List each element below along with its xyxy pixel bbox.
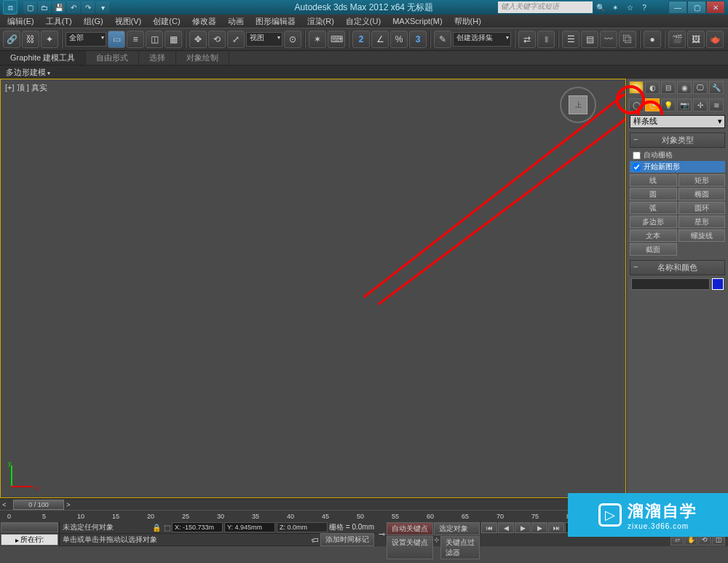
prev-frame-btn-icon[interactable]: ◀ bbox=[498, 522, 514, 533]
snap-percent-icon[interactable]: % bbox=[390, 31, 408, 48]
goto-end-icon[interactable]: ⏭ bbox=[548, 522, 564, 533]
tab-create-icon[interactable]: ✸ bbox=[629, 81, 644, 94]
tab-selection[interactable]: 选择 bbox=[139, 51, 176, 65]
shape-ngon-button[interactable]: 多边形 bbox=[630, 216, 677, 228]
select-region-icon[interactable]: ◫ bbox=[146, 31, 163, 48]
tab-modify-icon[interactable]: ◐ bbox=[645, 81, 660, 94]
time-slider[interactable]: 0 / 100 bbox=[13, 500, 64, 510]
menu-group[interactable]: 组(G) bbox=[81, 16, 106, 27]
menu-help[interactable]: 帮助(H) bbox=[451, 16, 484, 27]
material-editor-icon[interactable]: ● bbox=[644, 31, 661, 48]
rotate-icon[interactable]: ⟲ bbox=[208, 31, 226, 48]
keyboard-icon[interactable]: ⌨ bbox=[328, 31, 345, 48]
pivot-icon[interactable]: ⊙ bbox=[284, 31, 301, 48]
menu-tools[interactable]: 工具(T) bbox=[43, 16, 75, 27]
shape-type-dropdown[interactable]: 样条线 bbox=[630, 115, 725, 128]
shape-line-button[interactable]: 线 bbox=[630, 174, 677, 186]
lock-selection-icon[interactable]: 🔒 bbox=[152, 524, 162, 532]
bind-icon[interactable]: ✦ bbox=[41, 31, 58, 48]
add-time-tag-button[interactable]: 添加时间标记 bbox=[320, 533, 374, 546]
abs-rel-icon[interactable]: ⬚ bbox=[164, 524, 170, 532]
shape-donut-button[interactable]: 圆环 bbox=[678, 202, 726, 214]
shape-star-button[interactable]: 星形 bbox=[678, 216, 726, 228]
shape-helix-button[interactable]: 螺旋线 bbox=[678, 229, 726, 242]
cat-lights-icon[interactable]: 💡 bbox=[661, 98, 676, 111]
render-frame-icon[interactable]: 🖼 bbox=[687, 31, 705, 48]
object-color-swatch[interactable] bbox=[712, 278, 724, 290]
mirror-icon[interactable]: ⇄ bbox=[518, 31, 536, 48]
move-icon[interactable]: ✥ bbox=[189, 31, 207, 48]
viewport-label[interactable]: [+] 顶 ] 真实 bbox=[5, 82, 47, 93]
cat-helpers-icon[interactable]: ✢ bbox=[693, 98, 708, 111]
undo-icon[interactable]: ↶ bbox=[67, 1, 80, 13]
menu-customize[interactable]: 自定义(U) bbox=[343, 16, 384, 27]
time-tag-icon[interactable]: 🏷 bbox=[312, 536, 319, 544]
link-icon[interactable]: 🔗 bbox=[3, 31, 20, 48]
menu-create[interactable]: 创建(C) bbox=[150, 16, 183, 27]
qat-more-icon[interactable]: ▾ bbox=[96, 1, 109, 13]
tab-display-icon[interactable]: 🖵 bbox=[693, 81, 708, 94]
maxscript-prompt[interactable]: 所在行: bbox=[1, 534, 58, 546]
cat-geometry-icon[interactable]: ◯ bbox=[629, 98, 644, 111]
prev-frame-icon[interactable]: < bbox=[0, 501, 9, 508]
search-icon[interactable]: 🔍 bbox=[594, 1, 607, 13]
view-cube[interactable]: 上 bbox=[560, 87, 596, 123]
goto-start-icon[interactable]: ⏮ bbox=[481, 522, 497, 533]
named-sel-edit-icon[interactable]: ✎ bbox=[434, 31, 451, 48]
cat-cameras-icon[interactable]: 📷 bbox=[677, 98, 692, 111]
open-icon[interactable]: 🗀 bbox=[38, 1, 51, 13]
select-object-icon[interactable]: ▭ bbox=[108, 31, 125, 48]
rollout-name-color[interactable]: −名称和颜色 bbox=[630, 260, 725, 275]
next-frame-btn-icon[interactable]: ▶ bbox=[531, 522, 547, 533]
schematic-icon[interactable]: ⿻ bbox=[619, 31, 636, 48]
comm-center-icon[interactable]: ✶ bbox=[609, 1, 622, 13]
unlink-icon[interactable]: ⛓ bbox=[22, 31, 39, 48]
cat-spacewarps-icon[interactable]: ≋ bbox=[709, 98, 724, 111]
autogrid-checkbox[interactable]: 自动栅格 bbox=[630, 149, 725, 161]
select-name-icon[interactable]: ≡ bbox=[127, 31, 144, 48]
menu-animation[interactable]: 动画 bbox=[225, 16, 247, 27]
rollout-object-type[interactable]: −对象类型 bbox=[630, 133, 725, 148]
tab-paint[interactable]: 对象绘制 bbox=[176, 51, 229, 65]
minimize-button[interactable]: — bbox=[668, 1, 687, 14]
curve-editor-icon[interactable]: 〰 bbox=[600, 31, 617, 48]
spinner-snap-icon[interactable]: 3 bbox=[409, 31, 427, 48]
ref-coord-combo[interactable]: 视图 bbox=[246, 32, 282, 47]
menu-modifiers[interactable]: 修改器 bbox=[189, 16, 219, 27]
cat-shapes-icon[interactable]: ◔ bbox=[645, 98, 660, 111]
redo-icon[interactable]: ↷ bbox=[82, 1, 95, 13]
selected-obj-button[interactable]: 选定对象 bbox=[434, 522, 480, 535]
shape-text-button[interactable]: 文本 bbox=[630, 229, 677, 242]
selection-filter-combo[interactable]: 全部 bbox=[66, 32, 106, 47]
tab-utilities-icon[interactable]: 🔧 bbox=[709, 81, 724, 94]
next-frame-icon[interactable]: > bbox=[64, 501, 73, 508]
start-new-shape-checkbox[interactable]: 开始新图形 bbox=[630, 161, 725, 173]
object-name-input[interactable] bbox=[631, 278, 710, 290]
new-icon[interactable]: ▢ bbox=[23, 1, 36, 13]
help-search-input[interactable]: 键入关键字或短语 bbox=[498, 1, 593, 13]
menu-graph[interactable]: 图形编辑器 bbox=[253, 16, 298, 27]
menu-edit[interactable]: 编辑(E) bbox=[4, 16, 37, 27]
menu-maxscript[interactable]: MAXScript(M) bbox=[389, 17, 445, 25]
coord-y[interactable]: Y: 4.945mm bbox=[224, 522, 275, 532]
set-key-button[interactable]: 设置关键点 bbox=[387, 536, 433, 559]
play-icon[interactable]: ▶ bbox=[515, 522, 531, 533]
layer-icon[interactable]: ☰ bbox=[562, 31, 579, 48]
viewcube-face[interactable]: 上 bbox=[569, 95, 587, 114]
manipulate-icon[interactable]: ✶ bbox=[309, 31, 326, 48]
snap-2d-icon[interactable]: 2 bbox=[352, 31, 370, 48]
help-icon[interactable]: ? bbox=[638, 1, 651, 13]
shape-rectangle-button[interactable]: 矩形 bbox=[678, 174, 726, 186]
named-selset-combo[interactable]: 创建选择集 bbox=[453, 32, 511, 47]
maximize-button[interactable]: ▢ bbox=[687, 1, 706, 14]
app-logo-icon[interactable]: ⧈ bbox=[3, 0, 17, 15]
ribbon-toggle-icon[interactable]: ▤ bbox=[581, 31, 598, 48]
tab-motion-icon[interactable]: ◉ bbox=[677, 81, 692, 94]
viewport-top[interactable]: [+] 顶 ] 真实 上 y x bbox=[0, 79, 626, 498]
tab-hierarchy-icon[interactable]: ⊟ bbox=[661, 81, 676, 94]
mini-listener[interactable] bbox=[1, 522, 58, 532]
coord-z[interactable]: Z: 0.0mm bbox=[277, 522, 328, 532]
shape-arc-button[interactable]: 弧 bbox=[630, 202, 677, 214]
poly-modeling-drop[interactable]: 多边形建模 bbox=[6, 67, 50, 78]
shape-ellipse-button[interactable]: 椭圆 bbox=[678, 188, 726, 200]
